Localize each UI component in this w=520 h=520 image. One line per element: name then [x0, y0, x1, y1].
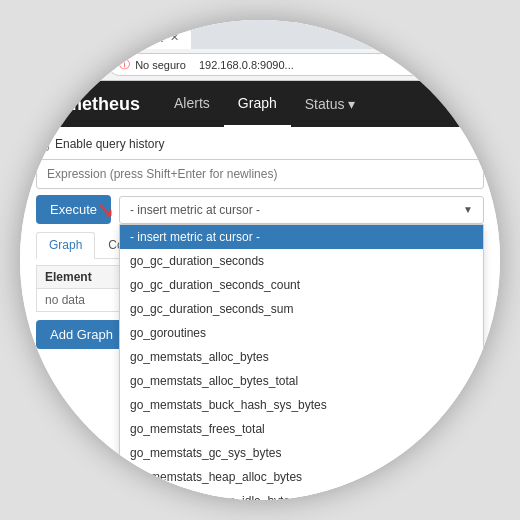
- security-label: No seguro: [135, 59, 186, 71]
- dropdown-item-8[interactable]: go_memstats_frees_total: [120, 417, 483, 441]
- enable-history-row: Enable query history: [36, 137, 484, 151]
- browser-tab[interactable]: metheus Time Series C... ✕: [28, 26, 191, 49]
- expression-input[interactable]: [36, 159, 484, 189]
- url-text: 192.168.0.8:9090...: [199, 59, 294, 71]
- query-row: Execute ↘ - insert metric at cursor - ▼ …: [36, 195, 484, 224]
- dropdown-item-3[interactable]: go_gc_duration_seconds_sum: [120, 297, 483, 321]
- chevron-down-icon: ▾: [348, 96, 355, 112]
- forward-button[interactable]: →: [56, 55, 78, 75]
- execute-button[interactable]: Execute: [36, 195, 111, 224]
- browser-chrome: metheus Time Series C... ✕ ← → C ⓘ No se…: [20, 20, 500, 81]
- enable-history-label: Enable query history: [55, 137, 164, 151]
- nav-alerts[interactable]: Alerts: [160, 81, 224, 127]
- dropdown-item-0[interactable]: - insert metric at cursor -: [120, 225, 483, 249]
- main-content: Enable query history Execute ↘ - insert …: [20, 127, 500, 500]
- metric-select-wrapper: - insert metric at cursor - ▼ - insert m…: [119, 196, 484, 224]
- dropdown-arrow-icon: ▼: [463, 204, 473, 215]
- reload-button[interactable]: C: [84, 55, 102, 75]
- app-content: Prometheus Alerts Graph Status ▾ Enable …: [20, 81, 500, 500]
- dropdown-item-9[interactable]: go_memstats_gc_sys_bytes: [120, 441, 483, 465]
- back-button[interactable]: ←: [28, 55, 50, 75]
- dropdown-item-1[interactable]: go_gc_duration_seconds: [120, 249, 483, 273]
- nav-graph[interactable]: Graph: [224, 81, 291, 127]
- metric-select-value: - insert metric at cursor -: [130, 203, 260, 217]
- nav-status[interactable]: Status ▾: [291, 81, 370, 127]
- dropdown-item-2[interactable]: go_gc_duration_seconds_count: [120, 273, 483, 297]
- tab-graph[interactable]: Graph: [36, 232, 95, 259]
- dropdown-item-10[interactable]: go_memstats_heap_alloc_bytes: [120, 465, 483, 489]
- prom-logo: Prometheus: [36, 82, 140, 127]
- security-icon: ⓘ: [119, 57, 130, 72]
- add-graph-button[interactable]: Add Graph: [36, 320, 127, 349]
- metric-select[interactable]: - insert metric at cursor - ▼: [119, 196, 484, 224]
- metric-dropdown: - insert metric at cursor - go_gc_durati…: [119, 224, 484, 501]
- dropdown-item-7[interactable]: go_memstats_buck_hash_sys_bytes: [120, 393, 483, 417]
- app-window: metheus Time Series C... ✕ ← → C ⓘ No se…: [20, 20, 500, 500]
- address-bar: ← → C ⓘ No seguro 192.168.0.8:9090...: [20, 49, 500, 80]
- prometheus-navbar: Prometheus Alerts Graph Status ▾: [20, 81, 500, 127]
- enable-history-checkbox[interactable]: [36, 138, 49, 151]
- dropdown-item-11[interactable]: go_memstats_heap_idle_bytes: [120, 489, 483, 501]
- tab-bar: metheus Time Series C... ✕: [20, 20, 500, 49]
- tab-title: metheus Time Series C...: [40, 32, 164, 44]
- dropdown-item-6[interactable]: go_memstats_alloc_bytes_total: [120, 369, 483, 393]
- dropdown-item-5[interactable]: go_memstats_alloc_bytes: [120, 345, 483, 369]
- nav-links: Alerts Graph Status ▾: [160, 81, 369, 127]
- dropdown-item-4[interactable]: go_goroutines: [120, 321, 483, 345]
- address-input[interactable]: ⓘ No seguro 192.168.0.8:9090...: [108, 53, 492, 76]
- tab-close-icon[interactable]: ✕: [170, 31, 179, 44]
